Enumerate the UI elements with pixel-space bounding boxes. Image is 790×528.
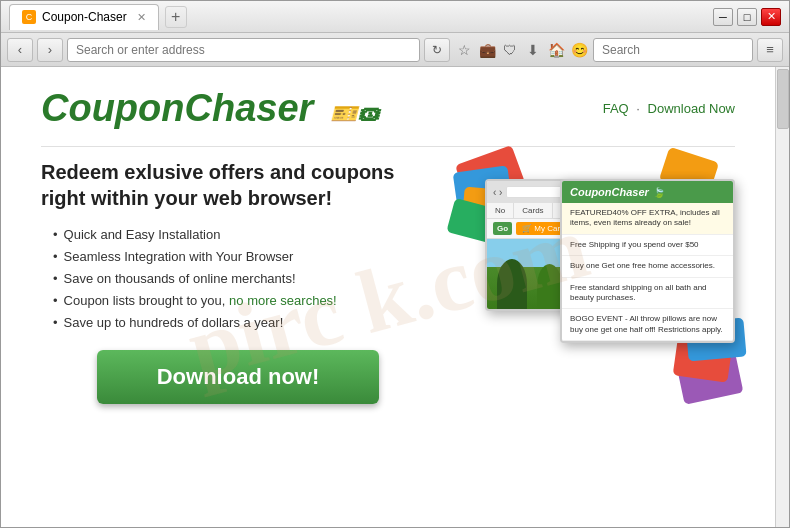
popup-coupon-1: FEATURED40% OFF EXTRA, includes all item… bbox=[562, 203, 733, 235]
scrollbar-thumb[interactable] bbox=[777, 69, 789, 129]
headline: Redeem exlusive offers and coupons right… bbox=[41, 159, 435, 211]
shield-icon[interactable]: 🛡 bbox=[500, 40, 520, 60]
tree2 bbox=[537, 264, 562, 309]
popup-leaf-icon: 🍃 bbox=[653, 187, 665, 198]
header-nav: FAQ · Download Now bbox=[603, 101, 735, 116]
browser-tab[interactable]: C Coupon-Chaser ✕ bbox=[9, 4, 159, 30]
logo-decoration: 🎫🎟 bbox=[330, 101, 379, 126]
page-inner: pirc k.com CouponChaser 🎫🎟 FAQ · Downloa… bbox=[1, 67, 775, 527]
tab-close-btn[interactable]: ✕ bbox=[137, 11, 146, 24]
search-input[interactable] bbox=[593, 38, 753, 62]
popup-coupon-4: Free standard shipping on all bath and b… bbox=[562, 278, 733, 310]
maximize-btn[interactable]: □ bbox=[737, 8, 757, 26]
menu-btn[interactable]: ≡ bbox=[757, 38, 783, 62]
star-icon[interactable]: ☆ bbox=[454, 40, 474, 60]
tab-favicon: C bbox=[22, 10, 36, 24]
download-button[interactable]: Download now! bbox=[97, 350, 380, 404]
browser-toolbar: ‹ › ↻ ☆ 💼 🛡 ⬇ 🏠 😊 ≡ bbox=[1, 33, 789, 67]
download-icon[interactable]: ⬇ bbox=[523, 40, 543, 60]
user-icon[interactable]: 😊 bbox=[569, 40, 589, 60]
close-btn[interactable]: ✕ bbox=[761, 8, 781, 26]
no-more-text: no more searches! bbox=[229, 293, 337, 308]
new-tab-btn[interactable]: + bbox=[165, 6, 187, 28]
header-divider bbox=[41, 146, 735, 147]
titlebar: C Coupon-Chaser ✕ + ─ □ ✕ bbox=[1, 1, 789, 33]
mockup-go-btn: Go bbox=[493, 222, 512, 235]
left-content: Redeem exlusive offers and coupons right… bbox=[41, 159, 435, 404]
popup-coupon-5: BOGO EVENT - All throw pillows are now b… bbox=[562, 309, 733, 341]
popup-coupon-2: Free Shipping if you spend over $50 bbox=[562, 235, 733, 256]
popup-logo: CouponChaser bbox=[570, 186, 649, 198]
download-section: Download now! bbox=[41, 350, 435, 404]
coupon-cards-bg: ‹ › bbox=[455, 149, 735, 429]
faq-link[interactable]: FAQ bbox=[603, 101, 629, 116]
home-icon[interactable]: 🏠 bbox=[546, 40, 566, 60]
tab-title: Coupon-Chaser bbox=[42, 10, 127, 24]
scrollbar[interactable] bbox=[775, 67, 789, 527]
toolbar-icons: ☆ 💼 🛡 ⬇ 🏠 😊 bbox=[454, 40, 589, 60]
feature-item: Quick and Easy Installation bbox=[41, 227, 435, 242]
mockup-tab-2: Cards bbox=[514, 203, 552, 218]
site-header: CouponChaser 🎫🎟 FAQ · Download Now bbox=[41, 87, 735, 130]
back-btn[interactable]: ‹ bbox=[7, 38, 33, 62]
refresh-btn[interactable]: ↻ bbox=[424, 38, 450, 62]
briefcase-icon[interactable]: 💼 bbox=[477, 40, 497, 60]
popup-header: CouponChaser 🍃 bbox=[562, 181, 733, 203]
popup-coupon-3: Buy one Get one free home accessories. bbox=[562, 256, 733, 277]
headline-line2: right within your web browser! bbox=[41, 187, 332, 209]
address-bar[interactable] bbox=[67, 38, 420, 62]
logo-text: CouponChaser bbox=[41, 87, 313, 129]
feature-item: Coupon lists brought to you, no more sea… bbox=[41, 293, 435, 308]
minimize-btn[interactable]: ─ bbox=[713, 8, 733, 26]
feature-item: Seamless Integration with Your Browser bbox=[41, 249, 435, 264]
main-content: Redeem exlusive offers and coupons right… bbox=[41, 159, 735, 429]
download-nav-link[interactable]: Download Now bbox=[648, 101, 735, 116]
nav-separator: · bbox=[636, 101, 640, 116]
headline-line1: Redeem exlusive offers and coupons bbox=[41, 161, 394, 183]
site-logo: CouponChaser 🎫🎟 bbox=[41, 87, 379, 130]
mockup-nav: ‹ › bbox=[493, 187, 502, 198]
right-screenshot: ‹ › bbox=[455, 149, 735, 429]
coupon-popup: CouponChaser 🍃 FEATURED40% OFF EXTRA, in… bbox=[560, 179, 735, 343]
tree1 bbox=[497, 259, 527, 309]
browser-window: C Coupon-Chaser ✕ + ─ □ ✕ ‹ › ↻ ☆ 💼 🛡 ⬇ … bbox=[0, 0, 790, 528]
feature-item: Save up to hundreds of dollars a year! bbox=[41, 315, 435, 330]
feature-item: Save on thousands of online merchants! bbox=[41, 271, 435, 286]
page-content: pirc k.com CouponChaser 🎫🎟 FAQ · Downloa… bbox=[1, 67, 789, 527]
window-controls: ─ □ ✕ bbox=[713, 8, 781, 26]
features-list: Quick and Easy Installation Seamless Int… bbox=[41, 227, 435, 330]
mockup-tab-1: No bbox=[487, 203, 514, 218]
forward-btn[interactable]: › bbox=[37, 38, 63, 62]
